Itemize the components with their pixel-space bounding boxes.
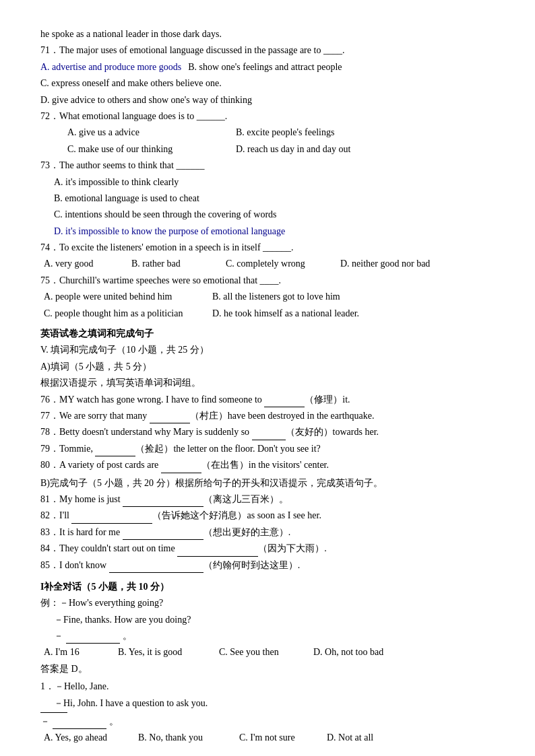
dq1-num: 1．－Hello, Jane. — [40, 679, 495, 694]
dialog-q1: 1．－Hello, Jane. －Hi, John. I have a ques… — [40, 679, 495, 746]
q78: 78．Betty doesn't understand why Mary is … — [40, 425, 495, 440]
dq1-optA: A. Yes, go ahead — [44, 730, 131, 745]
q72-optA: A. give us a advice — [67, 125, 229, 140]
ex-optD: D. Oh, not too bad — [313, 645, 383, 660]
q73-optC: C. intentions should be seen through the… — [40, 207, 495, 222]
example-label: 例：－How's everything going? — [40, 596, 495, 611]
complete-questions: 81．My home is just （离这儿三百米）。 82．I'll （告诉… — [40, 492, 495, 573]
q74-text: 74．To excite the listeners' emotion in a… — [40, 240, 495, 255]
fill-instruction: 根据汉语提示，填写英语单词和词组。 — [40, 376, 495, 390]
q82: 82．I'll （告诉她这个好消息）as soon as I see her. — [40, 508, 495, 523]
q71-text: 71．The major uses of emotional language … — [40, 43, 495, 58]
q85: 85．I don't know （约翰何时到达这里）. — [40, 558, 495, 573]
example-answer: 答案是 D。 — [40, 662, 495, 677]
page-content: he spoke as a national leader in those d… — [40, 27, 495, 746]
q72-optC: C. make use of our thinking — [67, 142, 229, 157]
q73-text: 73．The author seems to think that ______ — [40, 158, 495, 173]
q81: 81．My home is just （离这儿三百米）。 — [40, 492, 495, 507]
q73-optA: A. it's impossible to think clearly — [40, 175, 495, 190]
section-b: B)完成句子（5 小题，共 20 分）根据所给句子的开头和汉语提示，完成英语句子… — [40, 476, 495, 491]
q71-optD: D. give advice to others and show one's … — [40, 93, 495, 108]
dq1-optB: B. No, thank you — [138, 730, 232, 745]
q71-optB: B. show one's feelings and attract peopl… — [188, 60, 342, 75]
q84: 84．They couldn't start out on time （因为下大… — [40, 541, 495, 556]
dq1-optD: D. Not at all — [327, 730, 373, 745]
q72-text: 72．What emotional language does is to __… — [40, 109, 495, 124]
dialog-section-title: I补全对话（5 小题，共 10 分） — [40, 580, 495, 594]
q77: 77．We are sorry that many （村庄）have been … — [40, 409, 495, 423]
q71-optA: A. advertise and produce more goods — [40, 60, 181, 75]
dq1-optC: C. I'm not sure — [239, 730, 320, 745]
q76: 76．MY watch has gone wrong. I have to fi… — [40, 392, 495, 407]
q75-optD: D. he took himself as a national leader. — [212, 306, 359, 321]
ex-optB: B. Yes, it is good — [118, 645, 212, 660]
question-72: 72．What emotional language does is to __… — [40, 109, 495, 157]
q74-optA: A. very good — [44, 256, 125, 271]
q74-optB: B. rather bad — [131, 256, 219, 271]
dq1-blank: －。 — [40, 714, 495, 729]
intro-line: he spoke as a national leader in those d… — [40, 27, 495, 42]
ex-optC: C. See you then — [219, 645, 307, 660]
q72-optD: D. reach us day in and day out — [236, 142, 398, 157]
answer-blank-line: －。 — [40, 629, 495, 644]
ex-optA: A. I'm 16 — [44, 645, 111, 660]
section-header: 英语试卷之填词和完成句子 — [40, 327, 495, 341]
q75-text: 75．Churchill's wartime speeches were so … — [40, 273, 495, 288]
dq1-divider — [40, 712, 67, 713]
q72-optB: B. excite people's feelings — [236, 125, 398, 140]
q73-optD: D. it's impossible to know the purpose o… — [40, 224, 495, 239]
section-a: A)填词（5 小题，共 5 分） — [40, 359, 495, 374]
q73-optB: B. emotional language is used to cheat — [40, 191, 495, 206]
q71-optC: C. express oneself and make others belie… — [40, 76, 495, 91]
q80: 80．A variety of post cards are （在出售）in t… — [40, 458, 495, 473]
q75-optA: A. people were united behind him — [44, 289, 206, 304]
section-v: V. 填词和完成句子（10 小题，共 25 分） — [40, 343, 495, 357]
q74-optD: D. neither good nor bad — [340, 256, 430, 271]
dq1-line2: －Hi, John. I have a question to ask you. — [40, 696, 495, 711]
question-73: 73．The author seems to think that ______… — [40, 158, 495, 239]
q75-optC: C. people thought him as a politician — [44, 306, 206, 321]
q74-optC: C. completely wrong — [226, 256, 334, 271]
fill-questions: 76．MY watch has gone wrong. I have to fi… — [40, 392, 495, 473]
q75-optB: B. all the listeners got to love him — [212, 289, 340, 304]
q79: 79．Tommie, （捡起）the letter on the floor. … — [40, 442, 495, 456]
example-line2: －Fine, thanks. How are you doing? — [40, 613, 495, 627]
question-75: 75．Churchill's wartime speeches were so … — [40, 273, 495, 321]
question-74: 74．To excite the listeners' emotion in a… — [40, 240, 495, 272]
question-71: 71．The major uses of emotional language … — [40, 43, 495, 108]
q83: 83．It is hard for me （想出更好的主意）. — [40, 525, 495, 540]
